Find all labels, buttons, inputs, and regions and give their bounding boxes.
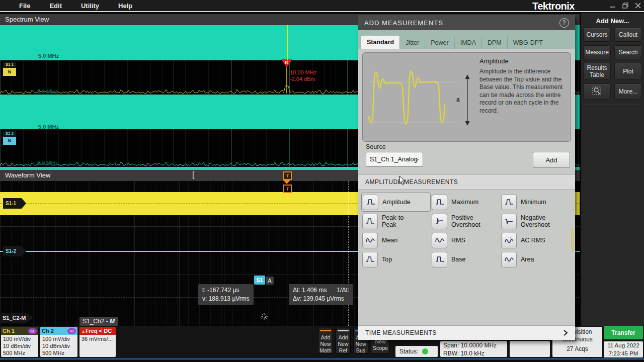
channel-2-badge[interactable]: Ch 2 S1 100 mV/div 10 dBm/div 500 MHz: [40, 327, 77, 357]
tab-standard[interactable]: Standard: [361, 36, 399, 49]
pulse-waveform-icon: [362, 214, 378, 229]
panel-resize-handle[interactable]: ...: [577, 164, 578, 174]
measurement-rms[interactable]: RMS: [431, 231, 500, 250]
section-label: AMPLITUDE MEASUREMENTS: [365, 178, 458, 186]
channel-bandwidth: 500 MHz: [3, 349, 38, 356]
spectrum-trace-1-badge[interactable]: S1-1 N: [3, 62, 16, 76]
callout-button[interactable]: Callout: [614, 28, 642, 42]
button-label: Measure: [585, 49, 609, 56]
measurement-label: Mean: [382, 237, 397, 244]
measurement-amplitude[interactable]: Amplitude: [361, 193, 431, 212]
measurement-peak-to-peak[interactable]: Peak-to-Peak: [361, 212, 431, 231]
acquisition-count: 27 Acqs: [552, 345, 602, 353]
cursor-source-label: S1: [256, 277, 263, 283]
badge-sub: N: [3, 68, 16, 76]
transfer-button[interactable]: Transfer: [604, 326, 643, 339]
empty-info-box[interactable]: [510, 341, 550, 357]
restore-icon[interactable]: [622, 3, 628, 9]
dialog-tab-strip: Standard Jitter Power IMDA DPM WBG-DPT: [358, 30, 575, 49]
badge-label: S1_C2-M: [3, 315, 26, 321]
freq-label: 5.0 MHz: [37, 88, 58, 95]
trigger-level-icon[interactable]: T: [283, 185, 292, 193]
more-button[interactable]: More...: [614, 83, 642, 100]
menu-utility[interactable]: Utility: [81, 2, 99, 10]
channel-bandwidth: 500 MHz: [42, 349, 77, 356]
measurement-positive-overshoot[interactable]: Positive Overshoot: [431, 212, 500, 231]
results-table-button[interactable]: Results Table: [583, 63, 611, 80]
description-title: Amplitude: [479, 57, 509, 65]
measure-button[interactable]: Measure: [583, 45, 611, 59]
channel-1-badge[interactable]: Ch 1 S1 100 mV/div 10 dBm/div 500 MHz: [1, 327, 38, 357]
crosshair-icon[interactable]: [261, 313, 268, 320]
tab-dpm[interactable]: DPM: [481, 37, 507, 49]
tab-jitter[interactable]: Jitter: [399, 37, 425, 49]
pulse-waveform-icon: [432, 252, 447, 267]
measurement-ac-rms[interactable]: AC RMS: [500, 231, 570, 250]
overshoot-positive-icon: [432, 214, 447, 229]
trigger-position-icon[interactable]: T: [283, 171, 292, 180]
waveform-tab-s1-ch2-m[interactable]: S1_Ch2 - M: [79, 317, 118, 326]
cursor-a-badge[interactable]: A: [266, 277, 274, 285]
button-label: New Scope: [373, 338, 388, 351]
measurement-area[interactable]: Area: [500, 250, 570, 269]
search-button[interactable]: Search: [614, 45, 642, 59]
spectrum-trace-2-badge[interactable]: S1-2 N: [3, 131, 16, 145]
menu-edit[interactable]: Edit: [49, 2, 62, 10]
span-rbw-box[interactable]: Span: 10.0000 MHz RBW: 10.0 kHz: [440, 341, 507, 357]
dialog-scrollbar-thumb[interactable]: [571, 228, 574, 251]
minimize-icon[interactable]: [610, 3, 616, 9]
tab-imda[interactable]: IMDA: [454, 37, 481, 49]
time-measurements-header[interactable]: TIME MEASUREMENTS: [358, 325, 575, 340]
measurement-maximum[interactable]: Maximum: [431, 193, 500, 212]
cursors-button[interactable]: Cursors: [583, 28, 611, 42]
waveform-ch2-badge[interactable]: S1-2: [3, 246, 26, 256]
sidebar-divider: [584, 105, 641, 105]
pulse-waveform-icon: [501, 195, 517, 210]
measurement-label: Positive Overshoot: [451, 214, 489, 228]
button-label: Add New Ref: [338, 334, 348, 353]
frequency-warning-badge[interactable]: ▲Freq < DC 36 mVrms/...: [79, 327, 116, 357]
waveform-view-title: Waveform View: [5, 171, 50, 179]
add-measurement-button[interactable]: Add: [533, 152, 570, 168]
badge-label: S1-1: [6, 201, 16, 206]
channel-name: Ch 2: [42, 327, 54, 335]
tab-power[interactable]: Power: [425, 37, 454, 49]
measurement-negative-overshoot[interactable]: Negative Overshoot: [500, 212, 570, 231]
measurement-base[interactable]: Base: [431, 250, 500, 269]
channel-scale-db: 10 dBm/div: [3, 342, 38, 349]
expand-chevron-icon: [563, 329, 568, 336]
rbw-value: RBW: 10.0 kHz: [443, 349, 507, 357]
measurement-mean[interactable]: Mean: [361, 231, 431, 250]
source-value: S1_Ch 1_Analog: [370, 156, 418, 163]
dialog-title-bar[interactable]: ADD MEASUREMENTS ?: [358, 15, 575, 30]
cursor-a-label: A: [268, 278, 271, 284]
menu-help[interactable]: Help: [118, 2, 132, 10]
add-new-title: Add New...: [581, 17, 644, 25]
source-dropdown[interactable]: S1_Ch 1_Analog: [366, 152, 423, 167]
tab-wbg-dpt[interactable]: WBG-DPT: [507, 37, 548, 49]
add-new-ref-button[interactable]: Add New Ref: [336, 328, 351, 354]
help-icon[interactable]: ?: [559, 18, 569, 28]
warning-icon: ▲: [81, 329, 86, 334]
badge-label: S1-2: [3, 131, 16, 137]
amplitude-waveform-illustration: [366, 56, 462, 137]
cursor-source-badge[interactable]: S1: [254, 276, 265, 285]
measurement-minimum[interactable]: Minimum: [500, 193, 570, 212]
waveform-ch1-badge[interactable]: S1-1: [3, 198, 26, 209]
zoom-window-left-line[interactable]: [280, 181, 280, 326]
measurement-label: RMS: [451, 237, 465, 244]
trigger-letter: T: [286, 187, 289, 192]
waveform-math-badge[interactable]: S1_C2-M: [0, 313, 33, 323]
bottom-accent-line: [0, 358, 644, 359]
channel-scale: 100 mV/div: [3, 335, 38, 342]
plot-button[interactable]: Plot: [614, 63, 642, 80]
menu-file[interactable]: File: [19, 2, 30, 10]
marker-readout: 10.00 MHz -2.04 dBm: [290, 69, 316, 82]
close-icon[interactable]: [635, 3, 641, 9]
sine-waveform-icon: [362, 233, 378, 248]
zoom-select-button[interactable]: [583, 83, 611, 100]
pulse-waveform-icon: [363, 195, 378, 210]
add-new-math-button[interactable]: Add New Math: [318, 328, 333, 354]
badge-label: S1-2: [6, 248, 16, 254]
measurement-top[interactable]: Top: [361, 250, 431, 269]
